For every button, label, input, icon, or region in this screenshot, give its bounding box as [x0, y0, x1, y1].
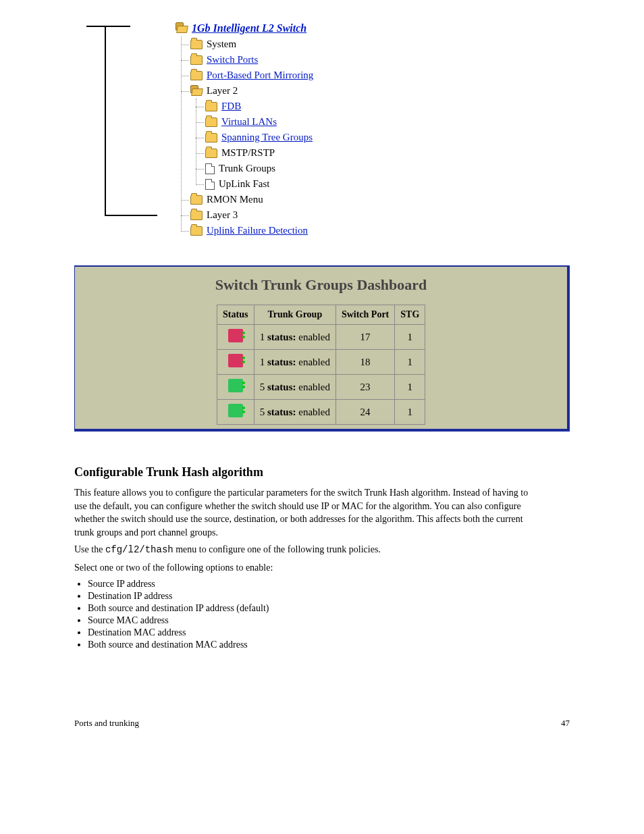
file-icon [205, 163, 215, 174]
navigation-tree: 1Gb Intelligent L2 Switch System Switch … [176, 20, 570, 238]
folder-icon [205, 118, 217, 127]
tree-label: MSTP/RSTP [221, 147, 275, 159]
tree-item-port-mirroring[interactable]: Port-Based Port Mirroring [190, 68, 570, 83]
col-switch-port: Switch Port [336, 305, 394, 325]
table-row: 5 status: enabled 23 1 [217, 375, 425, 400]
folder-icon [205, 102, 217, 111]
tree-item-uplink-fast[interactable]: UpLink Fast [205, 176, 570, 192]
tree-label: Spanning Tree Groups [221, 132, 313, 143]
tree-item-trunk-groups[interactable]: Trunk Groups [205, 161, 570, 176]
folder-icon [190, 195, 203, 205]
status-icon-red [228, 354, 243, 367]
file-icon [205, 179, 215, 190]
tree-label: Trunk Groups [219, 163, 275, 174]
table-row: 5 status: enabled 24 1 [217, 400, 425, 425]
tree-label: FDB [221, 101, 241, 112]
tree-item-system[interactable]: System [190, 36, 570, 52]
dashboard-title: Switch Trunk Groups Dashboard [79, 271, 563, 305]
hash-cmd-paragraph: Use the cfg/l2/thash menu to configure o… [74, 543, 533, 557]
status-icon-red [228, 329, 243, 342]
list-item: Both source and destination MAC address [88, 640, 570, 650]
folder-icon [190, 40, 203, 49]
table-row: 1 status: enabled 17 1 [217, 325, 425, 350]
tree-item-rmon[interactable]: RMON Menu [190, 192, 570, 207]
tree-label: RMON Menu [207, 194, 263, 205]
tree-label: UpLink Fast [219, 178, 269, 190]
footer-right: 47 [561, 718, 570, 729]
footer-left: Ports and trunking [74, 718, 139, 729]
tree-item-ufd[interactable]: Uplink Failure Detection [190, 223, 570, 238]
callout-line-vert [105, 26, 106, 216]
hash-paragraph-1: This feature allows you to configure the… [74, 486, 533, 539]
col-status: Status [217, 305, 254, 325]
folder-icon [190, 211, 203, 220]
folder-icon [190, 55, 203, 65]
tree-label: System [207, 38, 236, 50]
tree-item-fdb[interactable]: FDB [205, 99, 570, 114]
folder-open-icon [190, 87, 203, 95]
tree-item-vlans[interactable]: Virtual LANs [205, 114, 570, 130]
status-icon-green [228, 404, 243, 417]
page-footer: Ports and trunking 47 [74, 718, 570, 729]
command-text: cfg/l2/thash [105, 544, 173, 555]
tree-item-spanning-tree[interactable]: Spanning Tree Groups [205, 130, 570, 145]
hash-paragraph-2: Select one or two of the following optio… [74, 561, 533, 575]
callout-line-top-h [86, 26, 130, 27]
table-row: 1 status: enabled 18 1 [217, 350, 425, 375]
folder-icon [190, 226, 203, 236]
tree-root-item[interactable]: 1Gb Intelligent L2 Switch [176, 20, 570, 36]
section-heading-hash: Configurable Trunk Hash algorithm [74, 465, 570, 479]
list-item: Both source and destination IP address (… [88, 603, 570, 614]
tree-label: Port-Based Port Mirroring [207, 70, 313, 81]
list-item: Destination MAC address [88, 627, 570, 638]
list-item: Source IP address [88, 579, 570, 590]
col-stg: STG [395, 305, 425, 325]
tree-label: Switch Ports [207, 54, 258, 66]
tree-item-layer3[interactable]: Layer 3 [190, 207, 570, 223]
folder-icon [205, 133, 217, 142]
trunk-groups-dashboard: Switch Trunk Groups Dashboard Status Tru… [74, 265, 570, 432]
tree-root-label: 1Gb Intelligent L2 Switch [192, 22, 306, 34]
callout-line-bottom-h [105, 215, 157, 216]
dashboard-table: Status Trunk Group Switch Port STG 1 sta… [217, 305, 426, 425]
hash-options-list: Source IP address Destination IP address… [88, 579, 570, 650]
list-item: Source MAC address [88, 615, 570, 626]
col-trunk-group: Trunk Group [254, 305, 336, 325]
list-item: Destination IP address [88, 591, 570, 602]
tree-label: Layer 3 [207, 209, 238, 221]
tree-label: Virtual LANs [221, 116, 277, 128]
folder-icon [205, 149, 217, 158]
folder-open-icon [176, 24, 188, 32]
status-icon-green [228, 379, 243, 392]
tree-item-layer2[interactable]: Layer 2 [190, 83, 570, 99]
tree-label: Uplink Failure Detection [207, 225, 308, 236]
tree-item-switch-ports[interactable]: Switch Ports [190, 52, 570, 68]
tree-label: Layer 2 [207, 85, 238, 97]
tree-item-mstp[interactable]: MSTP/RSTP [205, 145, 570, 161]
folder-icon [190, 71, 203, 80]
